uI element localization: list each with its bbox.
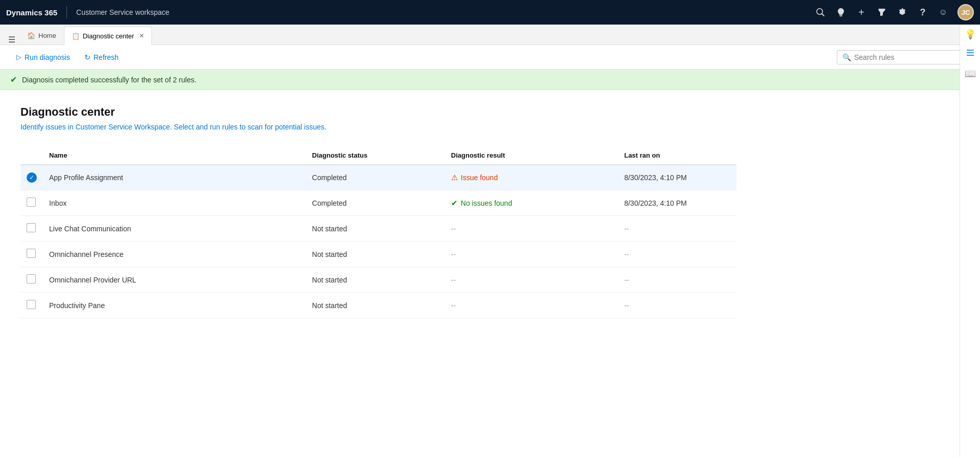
table-row[interactable]: Omnichannel PresenceNot started---- [20, 242, 737, 267]
toolbar: ▷ Run diagnosis ↻ Refresh 🔍 [0, 45, 980, 70]
refresh-label: Refresh [94, 53, 119, 61]
row-checkbox[interactable]: ✓ [20, 165, 43, 190]
checkbox-unchecked [27, 198, 36, 207]
hamburger-menu-icon[interactable]: ☰ [4, 35, 19, 45]
col-header-status: Diagnostic status [306, 146, 445, 165]
checkbox-checked-icon: ✓ [27, 172, 37, 183]
lightbulb-icon[interactable] [835, 6, 847, 18]
tab-close-icon[interactable]: ✕ [139, 32, 144, 39]
row-status: Completed [306, 190, 445, 216]
user-avatar[interactable]: JC [957, 4, 974, 20]
tabs-bar: ☰ 🏠 Home 📋 Diagnostic center ✕ [0, 25, 980, 45]
tab-home-label: Home [38, 32, 56, 39]
run-diagnosis-icon: ▷ [16, 53, 21, 61]
table-row[interactable]: Live Chat CommunicationNot started---- [20, 216, 737, 242]
nav-icons: + ? ☺ JC [814, 4, 974, 20]
result-dash: -- [451, 225, 456, 233]
run-diagnosis-button[interactable]: ▷ Run diagnosis [10, 50, 76, 64]
run-diagnosis-label: Run diagnosis [25, 53, 70, 61]
row-name: App Profile Assignment [43, 165, 306, 190]
diagnostic-tab-icon: 📋 [72, 32, 80, 40]
side-book-icon[interactable]: 📖 [965, 68, 976, 79]
diagnostics-table: Name Diagnostic status Diagnostic result… [20, 146, 737, 318]
search-icon[interactable] [814, 6, 827, 18]
banner-message: Diagnosis completed successfully for the… [22, 76, 196, 84]
result-dash: -- [451, 250, 456, 258]
filter-icon[interactable] [876, 6, 888, 18]
row-name: Productivity Pane [43, 293, 306, 318]
row-result: -- [445, 216, 618, 242]
success-icon: ✔ [10, 75, 17, 84]
main-content: Diagnostic center Identify issues in Cus… [0, 90, 757, 334]
checkbox-unchecked [27, 300, 36, 309]
table-row[interactable]: Omnichannel Provider URLNot started---- [20, 267, 737, 293]
table-header-row: Name Diagnostic status Diagnostic result… [20, 146, 737, 165]
checkbox-unchecked [27, 249, 36, 258]
col-header-checkbox [20, 146, 43, 165]
row-last-ran: -- [618, 242, 737, 267]
brand-name: Dynamics 365 [6, 8, 57, 17]
row-last-ran: -- [618, 216, 737, 242]
row-checkbox[interactable] [20, 216, 43, 242]
ok-icon: ✔ [451, 199, 458, 208]
svg-rect-2 [967, 55, 974, 56]
side-rail: 💡 📖 [960, 25, 980, 334]
page-title: Diagnostic center [20, 105, 737, 119]
issue-found-label: Issue found [461, 173, 498, 182]
refresh-button[interactable]: ↻ Refresh [78, 50, 125, 64]
row-result: ⚠Issue found [445, 165, 618, 190]
success-banner: ✔ Diagnosis completed successfully for t… [0, 70, 980, 90]
row-result: -- [445, 242, 618, 267]
tab-diagnostic-center[interactable]: 📋 Diagnostic center ✕ [64, 27, 152, 45]
col-header-name: Name [43, 146, 306, 165]
row-status: Not started [306, 216, 445, 242]
search-rules-box: 🔍 [837, 50, 970, 64]
row-checkbox[interactable] [20, 293, 43, 318]
row-status: Completed [306, 165, 445, 190]
row-checkbox[interactable] [20, 190, 43, 216]
svg-rect-1 [967, 52, 974, 53]
row-status: Not started [306, 242, 445, 267]
row-last-ran: 8/30/2023, 4:10 PM [618, 190, 737, 216]
warning-icon: ⚠ [451, 173, 458, 182]
help-icon[interactable]: ? [917, 6, 929, 18]
no-issues-label: No issues found [461, 199, 512, 207]
col-header-lastran: Last ran on [618, 146, 737, 165]
row-status: Not started [306, 267, 445, 293]
plus-icon[interactable]: + [855, 6, 867, 18]
row-result: ✔No issues found [445, 190, 618, 216]
table-row[interactable]: InboxCompleted✔No issues found8/30/2023,… [20, 190, 737, 216]
row-checkbox[interactable] [20, 267, 43, 293]
refresh-icon: ↻ [84, 53, 91, 61]
row-last-ran: 8/30/2023, 4:10 PM [618, 165, 737, 190]
row-result: -- [445, 267, 618, 293]
page-subtitle: Identify issues in Customer Service Work… [20, 123, 737, 131]
tab-home[interactable]: 🏠 Home [19, 26, 64, 45]
svg-rect-0 [967, 50, 974, 51]
nav-divider [66, 6, 67, 18]
row-name: Inbox [43, 190, 306, 216]
search-rules-icon: 🔍 [842, 53, 851, 61]
row-name: Omnichannel Presence [43, 242, 306, 267]
row-last-ran: -- [618, 293, 737, 318]
checkbox-unchecked [27, 274, 36, 284]
table-row[interactable]: Productivity PaneNot started---- [20, 293, 737, 318]
row-checkbox[interactable] [20, 242, 43, 267]
col-header-result: Diagnostic result [445, 146, 618, 165]
smiley-icon[interactable]: ☺ [937, 6, 949, 18]
row-last-ran: -- [618, 267, 737, 293]
tab-diagnostic-label: Diagnostic center [83, 32, 134, 40]
row-result: -- [445, 293, 618, 318]
row-status: Not started [306, 293, 445, 318]
side-bulb-icon[interactable]: 💡 [965, 29, 976, 40]
settings-icon[interactable] [896, 6, 908, 18]
search-rules-input[interactable] [854, 53, 964, 61]
row-name: Omnichannel Provider URL [43, 267, 306, 293]
result-dash: -- [451, 301, 456, 310]
table-row[interactable]: ✓App Profile AssignmentCompleted⚠Issue f… [20, 165, 737, 190]
side-list-icon[interactable] [966, 48, 975, 60]
row-name: Live Chat Communication [43, 216, 306, 242]
checkbox-unchecked [27, 223, 36, 232]
top-navigation: Dynamics 365 Customer Service workspace … [0, 0, 980, 25]
result-dash: -- [451, 276, 456, 284]
